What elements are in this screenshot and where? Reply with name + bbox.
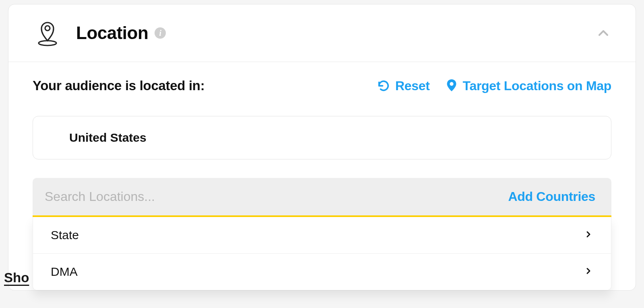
- panel-title: Location: [76, 23, 148, 43]
- search-locations-input[interactable]: [45, 189, 508, 204]
- location-pin-icon: [37, 20, 58, 46]
- info-icon[interactable]: i: [155, 27, 166, 39]
- panel-body: Your audience is located in: Reset Targe…: [8, 62, 636, 290]
- refresh-icon: [378, 80, 390, 92]
- panel-header: Location i: [8, 4, 636, 62]
- selected-location-box[interactable]: United States: [33, 116, 611, 159]
- chevron-right-icon: [584, 228, 593, 242]
- target-locations-map-label: Target Locations on Map: [463, 79, 611, 93]
- audience-located-label: Your audience is located in:: [33, 78, 204, 93]
- selected-location-value: United States: [69, 131, 147, 144]
- reset-button[interactable]: Reset: [378, 79, 430, 93]
- chevron-right-icon: [584, 265, 593, 279]
- show-more-link-truncated[interactable]: Sho: [4, 270, 29, 285]
- reset-label: Reset: [395, 79, 430, 93]
- dropdown-item-label: State: [51, 228, 79, 242]
- location-dropdown: State DMA: [33, 217, 611, 290]
- location-panel: Location i Your audience is located in: …: [8, 4, 636, 291]
- svg-point-1: [45, 26, 50, 31]
- body-top-row: Your audience is located in: Reset Targe…: [33, 78, 611, 93]
- dropdown-item-dma[interactable]: DMA: [33, 253, 611, 290]
- search-bar: Add Countries: [33, 178, 611, 217]
- add-countries-button[interactable]: Add Countries: [508, 189, 595, 204]
- collapse-chevron-up-icon[interactable]: [595, 25, 611, 41]
- dropdown-item-label: DMA: [51, 265, 78, 279]
- map-pin-icon: [446, 79, 457, 92]
- dropdown-item-state[interactable]: State: [33, 217, 611, 253]
- svg-point-2: [450, 82, 453, 86]
- target-locations-map-button[interactable]: Target Locations on Map: [446, 79, 611, 93]
